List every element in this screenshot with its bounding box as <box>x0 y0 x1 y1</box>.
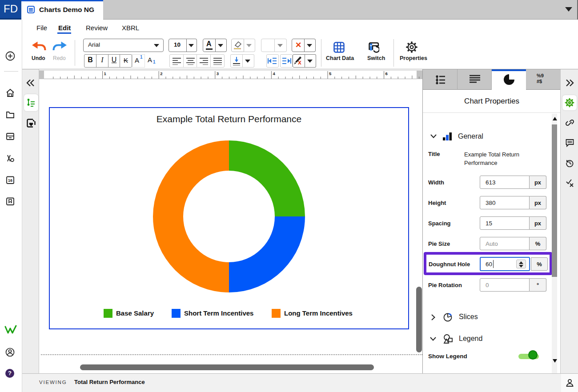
svg-text:16: 16 <box>8 178 12 183</box>
svg-text:4: 4 <box>273 71 275 76</box>
svg-text:3: 3 <box>217 71 219 76</box>
svg-text:2: 2 <box>160 71 162 76</box>
svg-text:6: 6 <box>385 71 388 76</box>
svg-text:1: 1 <box>104 71 107 76</box>
svg-text:5: 5 <box>329 71 332 76</box>
